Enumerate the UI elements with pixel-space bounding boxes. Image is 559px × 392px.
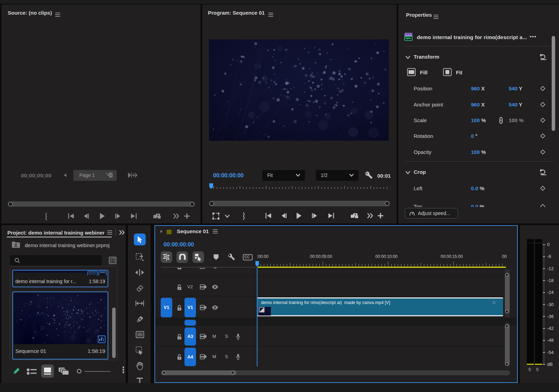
svg-text:00:00:10:00: 00:00:10:00 — [375, 254, 398, 259]
svg-text:00:00:15:00: 00:00:15:00 — [441, 254, 463, 259]
svg-text:00:00:05:00: 00:00:05:00 — [310, 254, 332, 259]
svg-text::00:00: :00:00 — [257, 254, 269, 259]
svg-text:00: 00 — [502, 254, 507, 259]
